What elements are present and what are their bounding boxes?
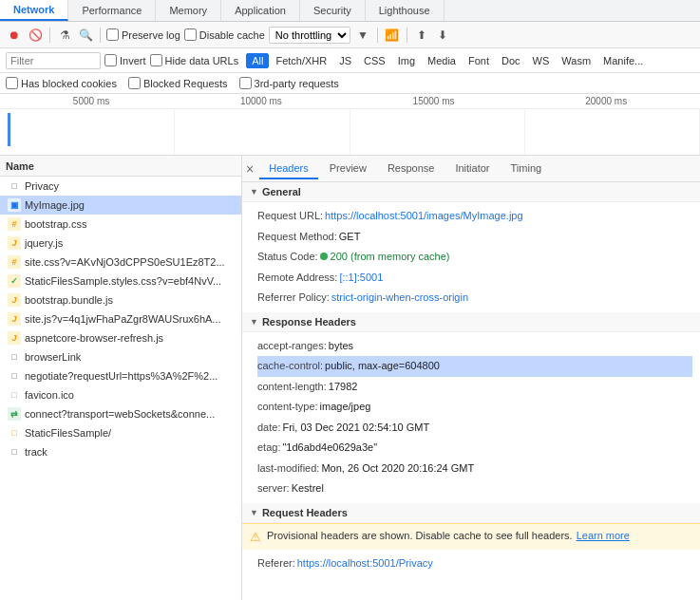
tab-memory[interactable]: Memory (156, 0, 221, 21)
resp-key-date: date: (257, 420, 280, 436)
hide-data-urls-checkbox[interactable] (150, 54, 162, 66)
learn-more-link[interactable]: Learn more (577, 530, 630, 541)
tab-lighthouse[interactable]: Lighthouse (366, 0, 445, 21)
request-name-bootstrap-css: bootstrap.css (25, 218, 237, 230)
request-item-bootstrap-css[interactable]: # bootstrap.css (0, 215, 241, 234)
filter-types: All Fetch/XHR JS CSS Img Media Font Doc … (246, 53, 649, 68)
timeline-area: 5000 ms 10000 ms 15000 ms 20000 ms (0, 94, 700, 156)
details-tab-response[interactable]: Response (378, 159, 445, 179)
filter-type-js[interactable]: JS (333, 53, 357, 68)
general-key-remote: Remote Address: (257, 270, 337, 286)
tab-security[interactable]: Security (300, 0, 366, 21)
filter-type-fetch[interactable]: Fetch/XHR (270, 53, 332, 68)
tab-application[interactable]: Application (221, 0, 300, 21)
details-tab-initiator[interactable]: Initiator (445, 159, 499, 179)
filter-type-manifest[interactable]: Manife... (597, 53, 649, 68)
request-item-privacy[interactable]: □ Privacy (0, 177, 241, 196)
request-item-staticfiles-css[interactable]: ✓ StaticFilesSample.styles.css?v=ebf4NvV… (0, 272, 241, 291)
triangle-general: ▼ (250, 187, 258, 197)
disable-cache-label[interactable]: Disable cache (184, 28, 265, 41)
section-header-request[interactable]: ▼ Request Headers (242, 503, 700, 523)
general-val-method: GET (339, 229, 361, 245)
blocked-requests-text: Blocked Requests (143, 78, 228, 89)
section-header-general[interactable]: ▼ General (242, 182, 700, 202)
section-header-response[interactable]: ▼ Response Headers (242, 312, 700, 332)
resp-row-etag: etag: "1d6abd4e0629a3e" (257, 438, 692, 459)
request-item-staticfilessample[interactable]: □ StaticFilesSample/ (0, 423, 241, 442)
request-item-jquery[interactable]: J jquery.js (0, 234, 241, 253)
warning-icon: ⚠ (250, 530, 261, 544)
resp-val-cache-control: public, max-age=604800 (325, 358, 440, 374)
download-icon[interactable]: ⬇ (434, 27, 451, 44)
request-name-connect: connect?transport=webSockets&conne... (25, 408, 237, 420)
invert-checkbox[interactable] (104, 54, 117, 66)
details-close-button[interactable]: × (246, 162, 254, 176)
resp-key-etag: etag: (257, 440, 280, 456)
preserve-log-checkbox[interactable] (106, 28, 119, 41)
filter-type-img[interactable]: Img (392, 53, 421, 68)
request-item-site-js[interactable]: J site.js?v=4q1jwFhaPaZgr8WAUSrux6hA... (0, 309, 241, 328)
filter-type-ws[interactable]: WS (527, 53, 556, 68)
blocked-cookies-checkbox[interactable] (6, 77, 18, 89)
tab-performance[interactable]: Performance (68, 0, 156, 21)
filter-bar: Invert Hide data URLs All Fetch/XHR JS C… (0, 48, 700, 73)
filter-type-font[interactable]: Font (463, 53, 495, 68)
preserve-log-label[interactable]: Preserve log (106, 28, 180, 41)
invert-label[interactable]: Invert (104, 54, 146, 66)
request-name-favicon: favicon.ico (25, 389, 237, 401)
filter-type-doc[interactable]: Doc (496, 53, 526, 68)
stop-button[interactable]: 🚫 (27, 27, 44, 44)
filter-input[interactable] (6, 52, 101, 69)
section-title-general: General (262, 186, 301, 197)
request-item-myimage[interactable]: ▣ MyImage.jpg (0, 196, 241, 215)
general-key-method: Request Method: (257, 229, 337, 245)
record-button[interactable]: ⏺ (6, 27, 23, 44)
request-item-connect[interactable]: ⇄ connect?transport=webSockets&conne... (0, 404, 241, 423)
details-tab-headers[interactable]: Headers (259, 159, 318, 179)
third-party-label[interactable]: 3rd-party requests (239, 77, 339, 89)
filter-type-media[interactable]: Media (422, 53, 462, 68)
hide-data-urls-label[interactable]: Hide data URLs (150, 54, 239, 66)
throttle-arrow[interactable]: ▼ (354, 27, 371, 44)
headers-content: ▼ General Request URL: https://localhost… (242, 182, 700, 577)
disable-cache-text: Disable cache (199, 29, 265, 41)
request-item-aspnetcore[interactable]: J aspnetcore-browser-refresh.js (0, 328, 241, 347)
third-party-checkbox[interactable] (239, 77, 252, 89)
blocked-requests-checkbox[interactable] (128, 77, 141, 89)
icon-folder-staticfilessample: □ (8, 426, 21, 440)
general-key-referrer: Referrer Policy: (257, 290, 330, 306)
details-tab-preview[interactable]: Preview (320, 159, 376, 179)
icon-js-bootstrap-bundle: J (8, 293, 21, 307)
resp-key-accept-ranges: accept-ranges: (257, 338, 327, 354)
general-val-status: 200 (from memory cache) (331, 249, 450, 265)
details-tab-timing[interactable]: Timing (501, 159, 552, 179)
tab-network[interactable]: Network (0, 0, 68, 21)
general-key-status: Status Code: (257, 249, 318, 265)
filter-type-css[interactable]: CSS (358, 53, 391, 68)
blocked-requests-label[interactable]: Blocked Requests (128, 77, 228, 89)
request-item-browserlink[interactable]: □ browserLink (0, 347, 241, 366)
general-key-url: Request URL: (257, 208, 323, 224)
request-item-negotiate[interactable]: □ negotiate?requestUrl=https%3A%2F%2... (0, 366, 241, 385)
blocked-cookies-label[interactable]: Has blocked cookies (6, 77, 117, 89)
disable-cache-checkbox[interactable] (184, 28, 197, 41)
icon-js-jquery: J (8, 236, 21, 250)
timeline-grid (0, 109, 700, 155)
filter-button[interactable]: ⚗ (56, 27, 73, 44)
throttle-select[interactable]: No throttling (269, 27, 350, 44)
search-button[interactable]: 🔍 (77, 27, 94, 44)
request-item-track[interactable]: □ track (0, 442, 241, 461)
upload-icon[interactable]: ⬆ (413, 27, 430, 44)
filter-type-all[interactable]: All (246, 53, 269, 68)
resp-key-last-modified: last-modified: (257, 460, 319, 477)
request-name-site-js: site.js?v=4q1jwFhaPaZgr8WAUSrux6hA... (25, 313, 237, 325)
marker-3: 15000 ms (413, 96, 455, 106)
filter-type-wasm[interactable]: Wasm (556, 53, 596, 68)
details-tabs: × Headers Preview Response Initiator Tim… (242, 156, 700, 182)
wifi-icon[interactable]: 📶 (384, 27, 401, 44)
request-item-bootstrap-bundle[interactable]: J bootstrap.bundle.js (0, 291, 241, 309)
request-item-site-css[interactable]: # site.css?v=AKvNjO3dCPPS0eSU1Ez8T2... (0, 253, 241, 272)
general-row-remote: Remote Address: [::1]:5001 (257, 268, 692, 289)
request-item-favicon[interactable]: □ favicon.ico (0, 385, 241, 404)
requests-column-name: Name (6, 160, 34, 172)
